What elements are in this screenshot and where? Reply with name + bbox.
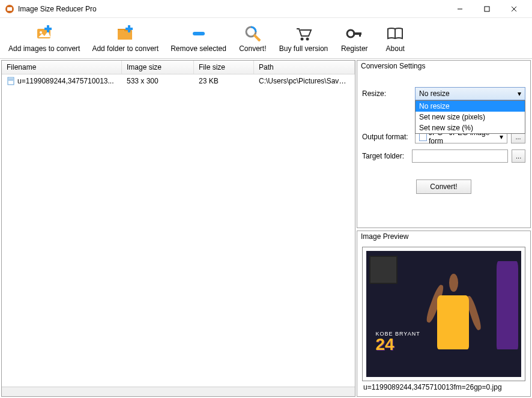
remove-icon	[189, 24, 208, 43]
preview-jersey-number: 24	[375, 335, 394, 354]
buy-button[interactable]: Buy full version	[276, 23, 331, 54]
table-body[interactable]: u=1199089244,3475710013... 533 x 300 23 …	[2, 74, 355, 387]
content: Filename Image size File size Path u=119…	[0, 59, 532, 398]
svg-rect-19	[359, 32, 361, 37]
convert-button[interactable]: Convert!	[235, 23, 271, 54]
svg-rect-21	[8, 77, 14, 85]
svg-rect-23	[8, 80, 13, 80]
resize-option-percent[interactable]: Set new size (%)	[416, 122, 525, 133]
app-icon	[5, 4, 14, 14]
table-header: Filename Image size File size Path	[2, 61, 355, 74]
svg-rect-3	[485, 7, 489, 11]
preview-title: Image Preview	[357, 231, 530, 242]
close-button[interactable]	[500, 1, 527, 17]
target-folder-row: Target folder: ...	[362, 149, 525, 163]
table-row[interactable]: u=1199089244,3475710013... 533 x 300 23 …	[2, 74, 355, 88]
svg-rect-11	[125, 28, 133, 30]
col-imagesize[interactable]: Image size	[122, 61, 194, 74]
col-path[interactable]: Path	[254, 61, 355, 74]
cell-filesize: 23 KB	[194, 76, 254, 86]
target-label: Target folder:	[362, 152, 408, 160]
svg-point-16	[306, 37, 309, 40]
image-preview-panel: Image Preview KOBE BRYANT 24	[357, 231, 531, 397]
svg-rect-12	[193, 32, 205, 35]
svg-rect-9	[44, 28, 52, 30]
col-filesize[interactable]: File size	[194, 61, 254, 74]
cart-icon	[294, 24, 313, 43]
preview-filename: u=1199089244,3475710013fm=26gp=0.jpg	[362, 381, 525, 391]
preview-frame: KOBE BRYANT 24	[362, 247, 525, 381]
col-filename[interactable]: Filename	[2, 61, 122, 74]
svg-rect-22	[8, 79, 13, 79]
toolbar: Add images to convert Add folder to conv…	[0, 18, 532, 59]
chevron-down-icon: ▾	[500, 133, 503, 141]
resize-option-noresize[interactable]: No resize	[416, 101, 525, 112]
minimize-button[interactable]	[446, 1, 473, 17]
file-list-pane: Filename Image size File size Path u=119…	[1, 60, 355, 397]
right-pane: Conversion Settings Resize: No resize ▾ …	[357, 60, 531, 397]
add-images-icon	[35, 24, 54, 43]
resize-option-pixels[interactable]: Set new size (pixels)	[416, 112, 525, 122]
cell-filename: u=1199089244,3475710013...	[17, 77, 114, 85]
about-button[interactable]: About	[377, 23, 413, 54]
target-folder-input[interactable]	[412, 149, 508, 163]
file-icon	[7, 77, 15, 85]
svg-rect-1	[7, 7, 12, 11]
svg-point-15	[300, 37, 303, 40]
window-title: Image Size Reducer Pro	[18, 5, 446, 13]
book-icon	[385, 24, 405, 43]
cell-imagesize: 533 x 300	[122, 76, 194, 86]
resize-label: Resize:	[362, 89, 411, 98]
maximize-button[interactable]	[473, 1, 500, 17]
remove-selected-button[interactable]: Remove selected	[167, 23, 230, 54]
cell-path: C:\Users\pc\Pictures\Saved P	[254, 76, 355, 86]
output-label: Output format:	[362, 133, 411, 141]
convert-icon	[243, 24, 262, 43]
checkbox-icon	[419, 133, 427, 141]
convert-main-button[interactable]: Convert!	[416, 179, 471, 194]
add-folder-button[interactable]: Add folder to convert	[88, 23, 162, 54]
add-folder-icon	[116, 24, 135, 43]
resize-combo[interactable]: No resize ▾	[415, 87, 525, 100]
titlebar: Image Size Reducer Pro	[0, 0, 532, 18]
add-images-button[interactable]: Add images to convert	[5, 23, 83, 54]
conversion-settings-panel: Conversion Settings Resize: No resize ▾ …	[357, 60, 531, 228]
chevron-down-icon: ▾	[518, 89, 521, 98]
resize-row: Resize: No resize ▾ No resize Set new si…	[362, 87, 525, 100]
resize-dropdown: No resize Set new size (pixels) Set new …	[415, 100, 525, 134]
register-button[interactable]: Register	[336, 23, 372, 54]
horizontal-scrollbar[interactable]	[2, 387, 355, 396]
target-folder-browse-button[interactable]: ...	[512, 149, 525, 163]
settings-title: Conversion Settings	[357, 61, 530, 71]
key-icon	[345, 24, 364, 43]
preview-image: KOBE BRYANT 24	[366, 251, 521, 377]
svg-point-7	[40, 31, 42, 34]
